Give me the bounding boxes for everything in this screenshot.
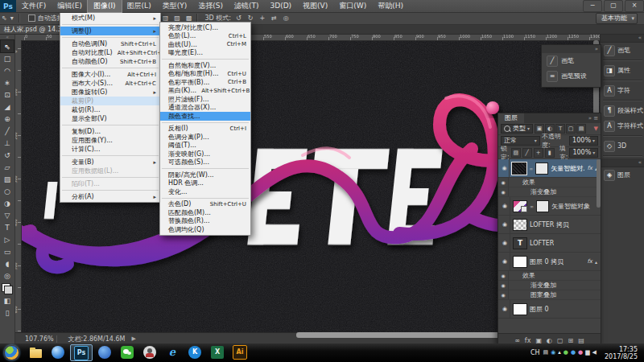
screen-mode-button[interactable]: ▯ (1, 306, 14, 319)
hand-tool[interactable]: ◖ (1, 257, 14, 269)
ime-indicator[interactable]: CH (530, 349, 540, 356)
layer-row[interactable]: ◉TLOFTER (498, 234, 601, 253)
zoom-tool[interactable]: ◎ (1, 269, 14, 282)
adjustment-menu-item[interactable]: 色调分离(P)... (160, 133, 250, 142)
adjustment-menu-item[interactable]: 色相/饱和度(H)...Ctrl+U (160, 70, 250, 79)
visibility-eye-icon[interactable]: ◉ (500, 216, 510, 233)
crop-tool[interactable]: ⊡ (1, 88, 14, 101)
type-tool[interactable]: T (1, 221, 14, 233)
image-menu-item[interactable]: 应用图像(Y)... (60, 136, 160, 145)
effect-row[interactable]: ◉渐变叠加 (498, 281, 601, 290)
properties-panel-dock-button[interactable]: ◨属性 (601, 63, 644, 78)
menubar-item[interactable]: 视图(V) (297, 0, 333, 12)
adjustment-menu-item[interactable]: 去色(D)Shift+Ctrl+U (160, 200, 250, 209)
quick-select-tool[interactable]: ∗ (1, 76, 14, 88)
adjustment-menu-item[interactable]: 变化... (160, 187, 250, 196)
image-menu-item[interactable]: 调整(J)▸ (60, 27, 160, 35)
visibility-eye-icon[interactable]: ◉ (500, 253, 510, 270)
lasso-tool[interactable]: ◠ (1, 64, 14, 76)
3d-mode-icon[interactable]: ↺ (234, 14, 243, 22)
app-tray-icon[interactable]: ● (571, 350, 576, 356)
adjustment-menu-item[interactable]: 渐变映射(G)... (160, 150, 250, 158)
volume-tray-icon[interactable]: ◀ (592, 350, 597, 356)
image-menu-item[interactable]: 计算(C)... (60, 145, 160, 154)
quick-mask-button[interactable]: ◧ (1, 294, 14, 306)
vertical-ruler[interactable]: 0100200300400500600 (14, 40, 22, 332)
layers-tab[interactable]: 图层 (498, 113, 524, 123)
image-menu-item[interactable]: 裁切(R)... (60, 105, 160, 114)
effect-row[interactable]: ◉图案叠加 (498, 290, 601, 300)
image-menu-item[interactable]: 应用数据组(L)... (60, 167, 160, 175)
image-menu-item[interactable]: 模式(M)▸ (60, 14, 160, 23)
image-menu-item[interactable]: 裁剪(P) (60, 97, 160, 105)
character-panel-dock-button[interactable]: A字符 (601, 83, 644, 98)
app2-tray-icon[interactable]: ● (578, 350, 583, 356)
adjustment-menu-item[interactable]: 亮度/对比度(C)... (160, 23, 250, 32)
contacts-taskbar-icon[interactable] (139, 344, 160, 360)
visibility-eye-icon[interactable]: ◉ (500, 300, 510, 318)
layers-panel-dock-button[interactable]: ◈ 图层 (601, 167, 644, 183)
pen-tool[interactable]: ▽ (1, 209, 14, 221)
brush-presets-panel-item[interactable]: ≡ 画笔预设 (542, 68, 601, 84)
visibility-eye-icon[interactable]: ◉ (498, 281, 509, 290)
image-menu-item[interactable]: 画布大小(S)...Alt+Ctrl+C (60, 79, 160, 88)
network-tray-icon[interactable]: ▆ (585, 350, 589, 356)
wechat-tray-icon[interactable]: ● (564, 350, 568, 356)
adjustment-menu-item[interactable]: 可选颜色(S)... (160, 158, 250, 167)
adjustment-menu-item[interactable]: HDR 色调... (160, 179, 250, 188)
layer-row[interactable]: ◉∞矢量智能对象 (498, 197, 601, 216)
color-swatches[interactable] (2, 283, 13, 294)
layer-name[interactable]: 矢量智能对象 (551, 202, 590, 211)
explorer-taskbar-icon[interactable] (25, 344, 46, 360)
3d-mode-icon[interactable]: ◎ (282, 14, 291, 22)
adjustment-menu-item[interactable]: 色彩平衡(B)...Ctrl+B (160, 78, 250, 87)
layer-thumbnail[interactable] (513, 303, 527, 315)
taskbar-clock[interactable]: 17:35 2017/8/25 (600, 346, 641, 360)
move-tool[interactable]: ⇖ (1, 40, 14, 52)
adjustment-menu-item[interactable]: 反相(I)Ctrl+I (160, 125, 250, 134)
3d-mode-icon[interactable]: ↻ (246, 14, 255, 22)
brush-panel-item[interactable]: ╱ 画笔 (542, 53, 601, 68)
image-menu-item[interactable]: 复制(D)... (60, 127, 160, 136)
visibility-eye-icon[interactable]: ◉ (500, 234, 510, 252)
adjustment-menu-item[interactable]: 曲线(U)...Ctrl+M (160, 40, 250, 49)
adjustment-menu-item[interactable]: 黑白(K)...Alt+Shift+Ctrl+B (160, 87, 250, 96)
adjustment-menu-item[interactable]: 照片滤镜(F)... (160, 95, 250, 104)
opacity-field[interactable]: 100%▾ (569, 136, 598, 146)
adjustment-menu-item[interactable]: 自然饱和度(V)... (160, 61, 250, 70)
keyboard-tray-icon[interactable]: ▤ (543, 350, 549, 356)
image-menu-item[interactable]: 自动色调(N)Shift+Ctrl+L (60, 39, 160, 48)
3d-mode-icon[interactable]: ⇄ (270, 14, 279, 22)
menubar-item[interactable]: 图层(L) (122, 0, 157, 12)
lock-icon[interactable]: + (534, 148, 543, 158)
dock2-collapse-icon[interactable]: « (601, 158, 644, 167)
background-color-swatch[interactable] (4, 286, 13, 294)
fx-badge[interactable]: fx (587, 258, 592, 265)
show-hidden-tray-icon[interactable]: ▴ (558, 350, 561, 356)
3d-mode-icon[interactable]: + (258, 14, 266, 22)
eraser-tool[interactable]: ▱ (1, 161, 14, 173)
image-menu-item[interactable]: 变量(B)▸ (60, 158, 160, 167)
dock-collapse-icon[interactable]: « (601, 34, 644, 43)
close-button[interactable]: × (625, 0, 644, 12)
excel-taskbar-icon[interactable]: X (207, 344, 228, 360)
lock-icon[interactable]: ▮ (545, 148, 555, 158)
brush-tool[interactable]: ╱ (1, 125, 14, 137)
layer-thumbnail[interactable] (513, 200, 527, 212)
blur-tool[interactable]: ○ (1, 185, 14, 197)
visibility-eye-icon[interactable]: ◉ (498, 271, 509, 280)
menubar-item[interactable]: 帮助(H) (372, 0, 409, 12)
layer-name[interactable]: LOFTER 拷贝 (530, 220, 569, 229)
layer-name[interactable]: LOFTER (530, 240, 554, 247)
adjustment-menu-item[interactable]: 阈值(T)... (160, 142, 250, 150)
fx-badge[interactable]: fx (587, 165, 592, 171)
layer-row[interactable]: ◉∞矢量智能对..fx▴ (498, 159, 601, 178)
zoom-level-field[interactable]: 107.76% (23, 335, 57, 343)
effects-header-row[interactable]: ◉效果 (498, 271, 601, 281)
filter-type-dropdown[interactable]: 类型▾ (501, 124, 533, 134)
layer-name[interactable]: 矢量智能对.. (551, 164, 584, 173)
layer-thumbnail[interactable] (513, 219, 527, 231)
layer-thumbnail[interactable] (513, 256, 527, 268)
gradient-tool[interactable]: ▨ (1, 173, 14, 185)
adjustment-menu-item[interactable]: 阴影/高光(W)... (160, 171, 250, 179)
